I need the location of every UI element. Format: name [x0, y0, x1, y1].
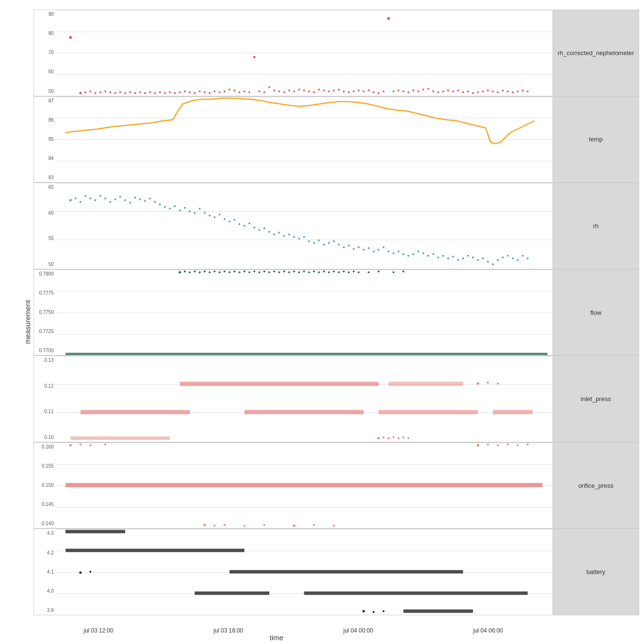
svg-rect-227 — [180, 382, 379, 386]
svg-point-87 — [507, 91, 509, 92]
flow-svg — [56, 270, 552, 356]
y-ticks-battery: 4.3 4.2 4.1 4.0 3.9 — [34, 529, 56, 615]
y-ticks-orifice: 0.160 0.155 0.150 0.145 0.140 — [34, 443, 56, 529]
svg-point-192 — [208, 271, 210, 273]
svg-point-14 — [144, 92, 146, 94]
svg-point-33 — [239, 91, 241, 93]
svg-point-116 — [189, 210, 191, 212]
svg-point-23 — [189, 91, 191, 93]
svg-rect-264 — [66, 549, 244, 552]
svg-point-270 — [362, 610, 365, 612]
svg-point-19 — [169, 91, 171, 93]
svg-point-91 — [527, 91, 529, 92]
svg-point-6 — [104, 91, 106, 92]
svg-point-149 — [353, 248, 355, 250]
svg-point-202 — [258, 271, 260, 273]
svg-point-142 — [318, 240, 320, 242]
svg-point-206 — [278, 271, 280, 273]
svg-point-183 — [522, 255, 524, 257]
svg-point-79 — [467, 91, 469, 92]
svg-point-29 — [218, 91, 220, 93]
panel-label-temp: temp — [552, 97, 639, 183]
x-axis-title: time — [0, 633, 553, 642]
svg-point-74 — [442, 91, 444, 92]
svg-point-52 — [333, 90, 335, 92]
svg-point-128 — [248, 222, 250, 224]
svg-point-156 — [388, 251, 390, 253]
svg-point-42 — [283, 91, 285, 93]
svg-point-71 — [427, 88, 429, 90]
svg-point-63 — [387, 17, 390, 20]
svg-point-246 — [80, 443, 81, 445]
svg-point-97 — [94, 199, 96, 201]
svg-point-139 — [303, 236, 305, 238]
svg-point-138 — [298, 238, 300, 240]
svg-point-67 — [407, 91, 409, 93]
svg-point-172 — [467, 255, 469, 257]
svg-point-272 — [382, 610, 384, 612]
svg-point-141 — [313, 242, 315, 244]
svg-point-250 — [487, 443, 489, 445]
svg-point-122 — [218, 214, 220, 216]
svg-point-38 — [264, 91, 265, 93]
svg-point-95 — [84, 195, 86, 197]
svg-point-123 — [224, 218, 226, 220]
svg-point-200 — [248, 271, 250, 273]
svg-point-225 — [392, 271, 394, 273]
svg-point-131 — [264, 228, 265, 230]
svg-point-5 — [99, 91, 101, 93]
svg-point-106 — [139, 198, 141, 200]
svg-point-218 — [338, 271, 340, 273]
svg-point-248 — [104, 443, 106, 445]
svg-point-104 — [129, 202, 131, 204]
svg-point-205 — [273, 270, 275, 272]
svg-point-40 — [273, 90, 275, 92]
svg-point-98 — [99, 195, 101, 197]
svg-point-254 — [527, 443, 529, 445]
svg-point-249 — [477, 444, 479, 447]
svg-point-48 — [313, 91, 315, 93]
svg-point-120 — [208, 215, 210, 217]
svg-point-55 — [348, 91, 350, 93]
svg-point-241 — [398, 437, 400, 439]
svg-point-180 — [507, 255, 509, 257]
x-tick-2: jul 03 18:00 — [213, 627, 243, 634]
temp-svg — [56, 97, 552, 183]
svg-point-154 — [378, 249, 380, 251]
svg-point-204 — [268, 271, 270, 273]
svg-point-51 — [328, 91, 330, 92]
svg-point-113 — [174, 205, 176, 207]
svg-point-127 — [243, 225, 245, 227]
svg-point-143 — [323, 244, 325, 246]
svg-point-31 — [229, 89, 230, 91]
svg-point-9 — [119, 91, 121, 93]
svg-point-186 — [179, 271, 181, 274]
svg-point-239 — [388, 437, 390, 439]
svg-point-208 — [288, 271, 290, 273]
svg-point-39 — [268, 86, 270, 88]
svg-point-132 — [268, 231, 270, 233]
svg-point-198 — [239, 271, 241, 273]
svg-point-61 — [378, 92, 380, 94]
plot-inlet: 0.13 0.12 0.11 0.10 — [34, 356, 552, 442]
y-ticks-temp: 87 86 85 84 83 — [34, 97, 56, 183]
svg-point-124 — [229, 221, 230, 223]
svg-point-178 — [497, 259, 499, 261]
svg-point-77 — [457, 90, 459, 92]
svg-point-158 — [398, 251, 400, 253]
svg-point-151 — [363, 249, 365, 251]
svg-point-53 — [338, 89, 340, 91]
panel-row-rh: 65 60 55 50 — [34, 183, 639, 269]
svg-point-101 — [114, 198, 116, 200]
svg-point-176 — [487, 261, 489, 263]
svg-point-37 — [258, 91, 260, 92]
svg-point-15 — [149, 91, 151, 93]
svg-point-173 — [472, 257, 474, 259]
svg-point-12 — [134, 92, 136, 94]
svg-point-153 — [373, 251, 375, 253]
svg-point-145 — [333, 241, 335, 242]
svg-point-171 — [462, 257, 464, 259]
svg-point-126 — [239, 223, 241, 225]
rh-corrected-svg — [56, 10, 552, 96]
svg-point-100 — [109, 201, 111, 203]
